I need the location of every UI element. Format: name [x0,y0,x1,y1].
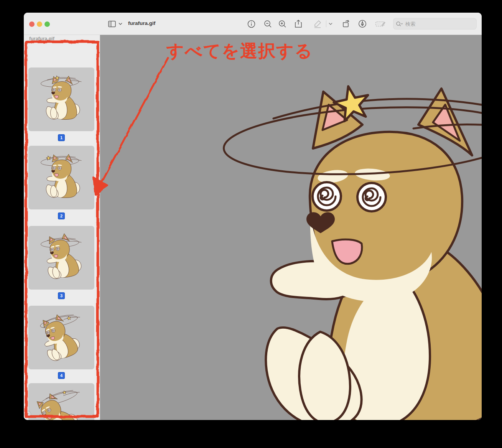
frame-thumbnail-5[interactable] [28,383,94,420]
main-frame-image [220,83,482,420]
toolbar: furafura.gif [24,13,482,35]
frame-badge-1: 1 [58,134,65,141]
corner-plus-icon: + [24,411,31,418]
close-button[interactable] [29,21,35,27]
frame-thumbnail-1[interactable] [28,68,94,131]
window-title: furafura.gif [128,20,155,26]
markup-pencil-icon[interactable] [312,18,323,29]
zoom-out-icon[interactable] [262,18,273,29]
screenshot-stage: furafura.gif [0,0,502,448]
sidebar-filename: furafura.gif [29,36,94,41]
preview-window: furafura.gif [24,13,482,420]
annotate-pen-icon[interactable] [357,18,368,29]
frame-thumbnail-3[interactable] [28,226,94,290]
chevron-down-icon[interactable] [117,18,123,29]
share-icon[interactable] [293,18,304,29]
image-canvas [100,35,482,420]
more-tools-chevron-icon[interactable] [326,18,336,29]
text-annotation-icon[interactable] [375,18,386,29]
sidebar-toggle-icon[interactable] [106,18,118,29]
frame-badge-3: 3 [58,292,65,299]
minimize-button[interactable] [37,21,42,27]
zoom-window-button[interactable] [44,21,50,27]
frame-badge-4: 4 [58,372,65,379]
frame-badge-2: 2 [58,212,65,219]
search-icon [396,21,403,26]
search-input[interactable] [405,21,464,27]
thumbnail-sidebar: furafura.gif 1 2 3 [24,35,100,420]
search-field[interactable] [393,18,477,30]
rotate-icon[interactable] [341,18,352,29]
zoom-in-icon[interactable] [277,18,288,29]
frame-thumbnail-2[interactable] [28,146,94,209]
frame-thumbnail-4[interactable] [28,306,94,369]
info-icon[interactable] [245,18,257,29]
